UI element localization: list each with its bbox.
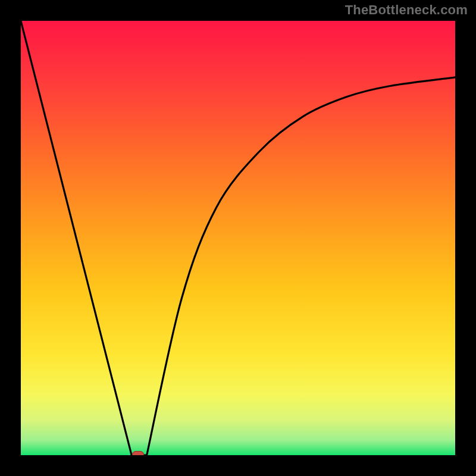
chart-svg [21,21,455,455]
watermark-text: TheBottleneck.com [345,2,468,18]
optimum-marker [132,451,144,455]
plot-area [21,21,455,455]
chart-frame: TheBottleneck.com [0,0,476,476]
